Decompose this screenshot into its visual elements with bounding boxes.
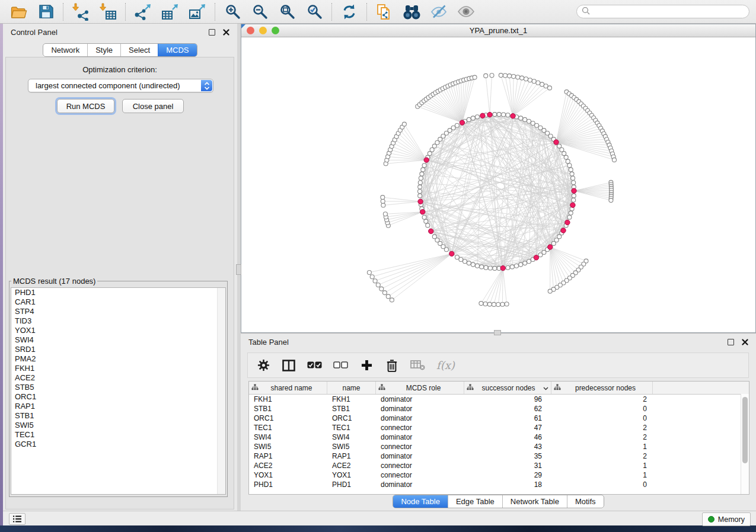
- mcds-result-item[interactable]: CAR1: [11, 297, 225, 307]
- mcds-result-item[interactable]: YOX1: [11, 326, 225, 335]
- table-row[interactable]: SWI5SWI5connector431: [249, 442, 749, 451]
- table-row[interactable]: STB1STB1dominator620: [249, 404, 749, 414]
- task-history-button[interactable]: [9, 513, 25, 525]
- network-copy-button[interactable]: [375, 2, 394, 21]
- close-window-icon[interactable]: [247, 27, 254, 34]
- table-scrollbar[interactable]: [741, 394, 749, 494]
- mcds-result-item[interactable]: FKH1: [11, 364, 225, 373]
- zoom-out-button[interactable]: [250, 2, 269, 21]
- find-button[interactable]: [402, 2, 421, 21]
- show-graphics-button[interactable]: [457, 2, 476, 21]
- apply-layout-button[interactable]: [340, 2, 359, 21]
- graph-node: [569, 168, 573, 172]
- tab-style[interactable]: Style: [87, 44, 120, 56]
- search-input[interactable]: [593, 7, 749, 17]
- mcds-result-item[interactable]: TID3: [11, 316, 225, 326]
- open-session-button[interactable]: [9, 2, 28, 21]
- hide-labels-button[interactable]: [429, 2, 448, 21]
- table-cell: 62: [464, 405, 551, 413]
- list-scrollbar[interactable]: [217, 288, 225, 494]
- network-graph[interactable]: [241, 37, 755, 332]
- tab-mcds[interactable]: MCDS: [158, 44, 196, 56]
- mcds-result-item[interactable]: ORC1: [11, 392, 225, 402]
- tab-select[interactable]: Select: [120, 44, 158, 56]
- close-panel-button[interactable]: Close panel: [122, 99, 184, 113]
- import-network-button[interactable]: [71, 2, 90, 21]
- column-label: shared name: [259, 384, 324, 392]
- create-column-button[interactable]: [359, 358, 374, 373]
- zoom-in-button[interactable]: [223, 2, 242, 21]
- mcds-result-item[interactable]: PMA2: [11, 354, 225, 364]
- table-scrollbar-thumb[interactable]: [742, 397, 748, 463]
- table-row[interactable]: ACE2ACE2connector311: [249, 461, 749, 470]
- table-row[interactable]: PHD1PHD1dominator180: [249, 480, 749, 489]
- open-folder-icon: [10, 4, 27, 20]
- mcds-result-item[interactable]: ACE2: [11, 373, 225, 383]
- close-panel-icon[interactable]: [223, 29, 229, 36]
- mcds-result-item[interactable]: SWI5: [11, 421, 225, 430]
- network-titlebar[interactable]: YPA_prune.txt_1: [241, 24, 755, 37]
- graph-node: [540, 82, 544, 86]
- table-row[interactable]: ORC1ORC1dominator610: [249, 414, 749, 423]
- zoom-selected-button[interactable]: [305, 2, 324, 21]
- tab-edge-table[interactable]: Edge Table: [448, 495, 502, 508]
- tab-network[interactable]: Network: [43, 44, 87, 56]
- graph-node: [572, 181, 576, 185]
- mcds-result-item[interactable]: PHD1: [11, 288, 225, 297]
- mcds-result-item[interactable]: STP4: [11, 307, 225, 316]
- graph-node: [538, 126, 543, 130]
- delete-column-button[interactable]: [385, 358, 399, 373]
- hide-all-columns-button[interactable]: [333, 358, 348, 373]
- graph-node: [421, 168, 425, 172]
- graph-node: [508, 74, 512, 78]
- column-header-successor-nodes[interactable]: successor nodes: [464, 382, 551, 394]
- column-header-MCDS-role[interactable]: MCDS role: [376, 382, 464, 394]
- table-row[interactable]: FKH1FKH1dominator962: [249, 395, 749, 404]
- zoom-fit-button[interactable]: [277, 2, 296, 21]
- network-canvas[interactable]: [241, 37, 755, 332]
- show-all-columns-button[interactable]: [307, 358, 322, 373]
- float-table-panel-icon[interactable]: [728, 339, 734, 345]
- table-settings-button[interactable]: [256, 358, 270, 373]
- table-cell: STB1: [249, 405, 327, 413]
- column-layout-button[interactable]: [282, 358, 296, 373]
- mcds-result-item[interactable]: TEC1: [11, 430, 225, 440]
- table-row[interactable]: RAP1RAP1dominator352: [249, 451, 749, 461]
- import-table-icon: [99, 2, 117, 21]
- tab-network-table[interactable]: Network Table: [502, 495, 567, 508]
- column-header-shared-name[interactable]: shared name: [249, 382, 327, 394]
- criterion-select[interactable]: largest connected component (undirected): [28, 79, 213, 92]
- minimize-window-icon[interactable]: [259, 27, 267, 34]
- column-type-icon: [554, 384, 561, 392]
- column-header-predecessor-nodes[interactable]: predecessor nodes: [551, 382, 653, 394]
- table-row[interactable]: TEC1TEC1connector472: [249, 423, 749, 432]
- tab-motifs[interactable]: Motifs: [567, 495, 604, 508]
- mcds-result-item[interactable]: GCR1: [11, 440, 225, 449]
- table-cell: 0: [551, 480, 653, 489]
- table-row[interactable]: SWI4SWI4dominator462: [249, 432, 749, 442]
- import-network-icon: [72, 2, 90, 21]
- run-mcds-button[interactable]: Run MCDS: [57, 99, 114, 113]
- mcds-result-item[interactable]: RAP1: [11, 402, 225, 411]
- table-row[interactable]: YOX1YOX1connector291: [249, 470, 749, 480]
- tab-node-table[interactable]: Node Table: [393, 495, 448, 508]
- mcds-result-item[interactable]: STB5: [11, 383, 225, 392]
- import-table-button[interactable]: [98, 2, 117, 21]
- fx-icon: f(x): [436, 359, 455, 371]
- export-table-button[interactable]: [161, 2, 180, 21]
- mcds-result-item[interactable]: STB1: [11, 411, 225, 421]
- column-header-name[interactable]: name: [327, 382, 376, 394]
- vertical-splitter-handle[interactable]: [236, 264, 241, 275]
- close-table-panel-icon[interactable]: [742, 339, 748, 345]
- mcds-result-item[interactable]: SWI4: [11, 335, 225, 345]
- save-session-button[interactable]: [36, 2, 55, 21]
- maximize-window-icon[interactable]: [272, 27, 279, 34]
- export-network-button[interactable]: [133, 2, 152, 21]
- horizontal-splitter-handle[interactable]: [494, 330, 501, 335]
- mcds-result-item[interactable]: SRD1: [11, 345, 225, 354]
- float-panel-icon[interactable]: [209, 29, 215, 36]
- memory-button[interactable]: Memory: [702, 512, 751, 526]
- export-image-button[interactable]: [188, 2, 207, 21]
- search-box[interactable]: [576, 5, 749, 18]
- mcds-result-list[interactable]: PHD1CAR1STP4TID3YOX1SWI4SRD1PMA2FKH1ACE2…: [11, 287, 226, 495]
